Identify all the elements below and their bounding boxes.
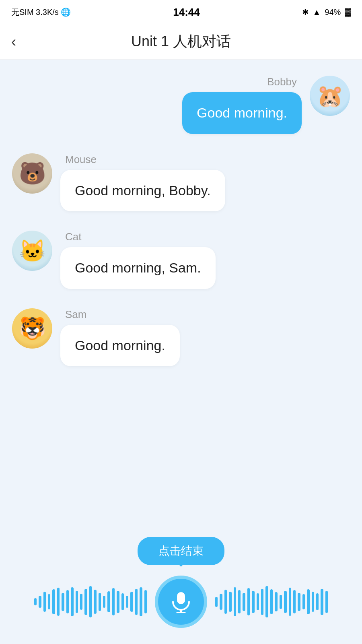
back-button[interactable]: ‹ (11, 33, 16, 50)
wave-bar (234, 587, 236, 616)
nav-bar: ‹ Unit 1 人机对话 (0, 24, 362, 60)
end-button[interactable]: 点击结束 (138, 537, 224, 565)
wave-bar (270, 589, 273, 614)
avatar-mouse: 🐻 (12, 153, 52, 194)
wave-bar (252, 591, 254, 613)
sender-name: Sam (60, 308, 180, 321)
wave-bar (71, 587, 73, 616)
wave-bar (325, 591, 328, 613)
wave-bar (229, 592, 231, 612)
chat-bubble[interactable]: Good morning. (182, 92, 302, 134)
wave-bar (107, 591, 110, 612)
chat-area: 🐹BobbyGood morning.🐻MouseGood morning, B… (0, 60, 362, 599)
wave-bar (52, 589, 55, 614)
message-row: 🐻MouseGood morning, Bobby. (12, 153, 350, 212)
bluetooth-icon: ✱ (302, 7, 309, 17)
avatar-cat: 🐱 (12, 231, 52, 271)
sender-name: Mouse (60, 153, 225, 166)
wave-bar (80, 594, 82, 610)
status-bar: 无SIM 3.3K/s 🌐 14:44 ✱ ▲ 94% ▓ (0, 0, 362, 24)
wave-bar (238, 590, 241, 613)
message-content: MouseGood morning, Bobby. (60, 153, 225, 212)
wave-bar (144, 590, 147, 613)
wave-bar (76, 591, 78, 613)
wave-bar (321, 589, 323, 615)
message-row: 🐯SamGood morning. (12, 308, 350, 367)
wave-bar (289, 588, 291, 616)
wave-bar (99, 593, 101, 611)
bottom-bar: 点击结束 (0, 529, 362, 644)
message-content: BobbyGood morning. (182, 76, 302, 134)
wave-bar (275, 592, 277, 611)
message-row: 🐱CatGood morning, Sam. (12, 231, 350, 289)
waveform-right (215, 586, 328, 618)
wave-bar (121, 593, 124, 610)
wave-bar (280, 595, 282, 609)
wave-bar (312, 592, 314, 612)
mic-row (0, 576, 362, 628)
wave-bar (66, 590, 69, 613)
wave-bar (48, 594, 50, 609)
chat-bubble[interactable]: Good morning. (60, 325, 180, 367)
mic-icon (170, 590, 192, 613)
wave-bar (126, 596, 128, 608)
avatar-sam: 🐯 (12, 308, 52, 349)
wave-bar (293, 590, 296, 613)
status-right: ✱ ▲ 94% ▓ (302, 7, 351, 17)
wave-bar (243, 593, 245, 611)
wave-bar (130, 592, 133, 612)
wave-bar (215, 597, 218, 607)
battery-status: 94% (325, 8, 341, 17)
sender-name: Cat (60, 231, 216, 243)
sender-name: Bobby (262, 76, 302, 88)
wave-bar (224, 590, 227, 614)
wave-bar (247, 588, 250, 615)
status-left: 无SIM 3.3K/s 🌐 (11, 7, 71, 18)
message-row: 🐹BobbyGood morning. (12, 76, 350, 134)
mic-button[interactable] (155, 576, 207, 628)
battery-icon: ▓ (345, 8, 351, 17)
wifi-icon: ▲ (313, 8, 321, 17)
wave-bar (220, 594, 222, 610)
wave-bar (284, 591, 286, 613)
wave-bar (135, 589, 138, 615)
chat-bubble[interactable]: Good morning, Bobby. (60, 170, 225, 212)
wave-bar (39, 596, 41, 608)
wave-bar (89, 586, 92, 617)
wave-bar (307, 589, 309, 614)
wave-bar (62, 593, 64, 611)
status-time: 14:44 (173, 6, 200, 19)
wave-bar (140, 587, 142, 616)
wave-bar (43, 592, 46, 612)
message-content: CatGood morning, Sam. (60, 231, 216, 289)
wave-bar (103, 596, 105, 608)
chat-bubble[interactable]: Good morning, Sam. (60, 247, 216, 289)
wave-bar (257, 593, 259, 610)
wave-bar (265, 586, 268, 617)
waveform-left (34, 586, 147, 618)
wave-bar (316, 593, 319, 610)
svg-rect-0 (177, 592, 185, 604)
wave-bar (302, 594, 305, 609)
message-content: SamGood morning. (60, 308, 180, 367)
wave-bar (34, 598, 37, 605)
sim-status: 无SIM 3.3K/s 🌐 (11, 7, 71, 18)
wave-bar (261, 589, 263, 615)
wave-bar (117, 591, 119, 613)
wave-bar (57, 588, 60, 616)
wave-bar (112, 588, 115, 615)
avatar-bobby: 🐹 (310, 76, 350, 116)
wave-bar (84, 589, 87, 615)
page-title: Unit 1 人机对话 (131, 32, 231, 52)
wave-bar (298, 593, 300, 611)
wave-bar (94, 590, 96, 614)
